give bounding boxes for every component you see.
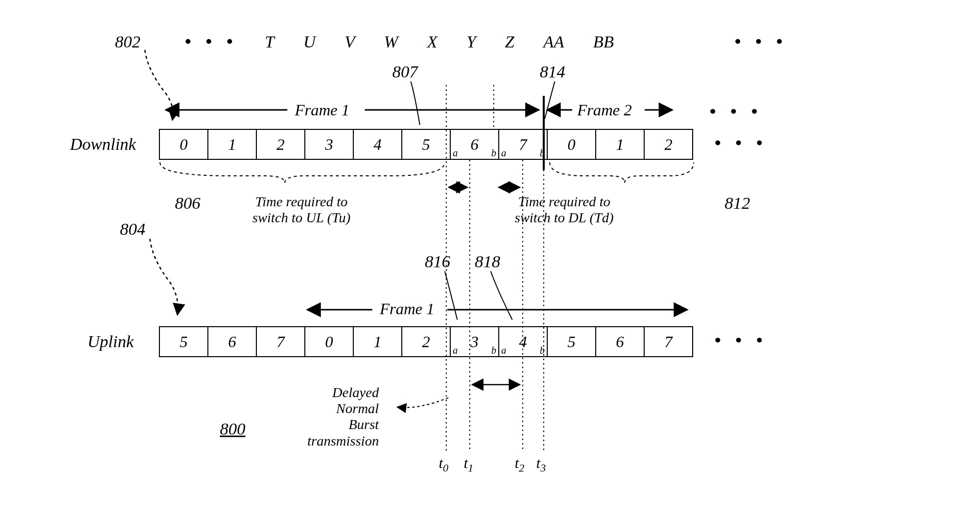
dl-cell-6: a6b [450, 129, 498, 160]
ul-cell-1: 6 [207, 326, 256, 357]
dots-top-right: • • • [735, 31, 788, 52]
hdr-U: U [303, 32, 316, 51]
frame2-dl-label: Frame 2 [577, 101, 632, 119]
dots-dl-right: • • • [715, 132, 768, 153]
dl-cell-7: a7b [498, 129, 547, 160]
hdr-T: T [265, 32, 274, 51]
ul-cell-0: 5 [159, 326, 207, 357]
ref-802: 802 [115, 32, 140, 51]
ref-804: 804 [120, 220, 145, 239]
dl-cell-1: 1 [207, 129, 256, 160]
hdr-X: X [427, 32, 438, 51]
hdr-Y: Y [466, 32, 476, 51]
uplink-label: Uplink [87, 332, 134, 351]
ref-816: 816 [425, 252, 450, 271]
switch-dl-caption: Time required to switch to DL (Td) [515, 194, 614, 226]
ul-cell-9: 6 [595, 326, 644, 357]
switch-ul-caption: Time required to switch to UL (Tu) [252, 194, 350, 226]
t1-label: t1 [464, 455, 473, 475]
dl-cell-8: 0 [547, 129, 595, 160]
downlink-cells: 0 1 2 3 4 5 a6b a7b 0 1 2 [159, 129, 693, 160]
ul-cell-6: a3b [450, 326, 498, 357]
hdr-BB: BB [593, 32, 614, 51]
dl-cell-5: 5 [401, 129, 450, 160]
uplink-cells: 5 6 7 0 1 2 a3b a4b 5 6 7 [159, 326, 693, 357]
frame1-ul-label: Frame 1 [380, 300, 434, 318]
t2-label: t2 [515, 455, 524, 475]
ref-800: 800 [220, 420, 245, 439]
dots-frame2-right: • • • [710, 101, 763, 122]
dots-ul-right: • • • [715, 330, 768, 351]
t3-label: t3 [536, 455, 546, 475]
ul-cell-4: 1 [353, 326, 401, 357]
dots-top-left: • • • [185, 31, 238, 52]
ul-cell-2: 7 [256, 326, 304, 357]
hdr-AA: AA [543, 32, 564, 51]
dl-cell-0: 0 [159, 129, 207, 160]
ref-818: 818 [475, 252, 500, 271]
timing-diagram: 802 • • • T U V W X Y Z AA BB • • • 807 … [20, 20, 970, 519]
dl-cell-2: 2 [256, 129, 304, 160]
ul-cell-8: 5 [547, 326, 595, 357]
ul-cell-3: 0 [304, 326, 353, 357]
ul-cell-7: a4b [498, 326, 547, 357]
dl-cell-9: 1 [595, 129, 644, 160]
dl-cell-3: 3 [304, 129, 353, 160]
hdr-W: W [384, 32, 398, 51]
frame1-dl-label: Frame 1 [295, 101, 349, 119]
dl-cell-10: 2 [644, 129, 693, 160]
ref-807: 807 [392, 62, 418, 81]
hdr-V: V [344, 32, 355, 51]
ul-cell-5: 2 [401, 326, 450, 357]
delayed-caption: Delayed Normal Burst transmission [307, 385, 379, 449]
dl-cell-4: 4 [353, 129, 401, 160]
ul-cell-10: 7 [644, 326, 693, 357]
hdr-Z: Z [505, 32, 514, 51]
t0-label: t0 [439, 455, 448, 475]
downlink-label: Downlink [70, 135, 136, 154]
header-letters: T U V W X Y Z AA BB [265, 32, 614, 51]
ref-806: 806 [175, 194, 200, 213]
ref-814: 814 [540, 62, 565, 81]
ref-812: 812 [725, 194, 750, 213]
